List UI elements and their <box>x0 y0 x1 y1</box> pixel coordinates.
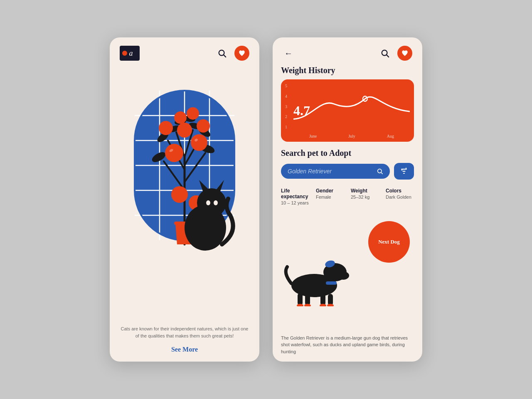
y-label-4: 4 <box>285 94 287 99</box>
svg-point-30 <box>177 123 192 138</box>
weight-label: Weight <box>351 188 379 194</box>
left-phone: a <box>110 37 259 362</box>
svg-rect-66 <box>326 281 337 285</box>
svg-rect-59 <box>320 293 325 305</box>
dog-area: Next Dog <box>273 209 422 331</box>
svg-line-47 <box>387 55 389 57</box>
next-dog-button[interactable]: Next Dog <box>368 221 410 263</box>
svg-point-63 <box>320 304 326 306</box>
svg-point-62 <box>304 304 311 306</box>
favorite-button[interactable] <box>234 46 249 61</box>
life-expectancy-block: Life expectancy 10 – 12 years <box>281 188 309 205</box>
y-label-3: 3 <box>285 104 287 109</box>
svg-point-64 <box>327 304 334 306</box>
gender-value: Female <box>316 195 344 200</box>
svg-point-34 <box>187 107 199 120</box>
colors-label: Colors <box>386 188 414 194</box>
see-more-button[interactable]: See More <box>110 342 259 362</box>
colors-value: Dark Golden <box>386 195 414 200</box>
x-label-aug: Aug <box>387 134 394 138</box>
search-input[interactable] <box>288 168 373 175</box>
weight-history-title: Weight History <box>273 66 422 79</box>
svg-point-32 <box>197 119 210 133</box>
svg-point-45 <box>214 200 218 205</box>
next-dog-label: Next Dog <box>378 239 400 246</box>
svg-point-28 <box>165 144 183 162</box>
svg-point-44 <box>206 200 210 205</box>
illustration-area <box>110 66 259 320</box>
x-axis: June July Aug <box>293 134 410 138</box>
search-row <box>281 163 414 180</box>
svg-point-33 <box>174 111 187 124</box>
gender-block: Gender Female <box>316 188 344 205</box>
y-label-1: 1 <box>285 125 287 129</box>
search-icon[interactable] <box>216 47 228 59</box>
search-section: Search pet to Adopt <box>273 148 422 185</box>
logo[interactable]: a <box>120 46 140 61</box>
x-label-july: July <box>348 134 355 138</box>
weight-chart: 1 2 3 4 5 4.7 June July Aug <box>281 79 414 142</box>
logo-letter: a <box>129 49 133 58</box>
svg-point-49 <box>378 169 382 173</box>
right-header: ← <box>273 37 422 66</box>
svg-rect-58 <box>305 294 310 305</box>
svg-point-61 <box>297 304 303 306</box>
svg-line-1 <box>224 55 226 57</box>
svg-point-37 <box>171 186 188 203</box>
left-header: a <box>110 37 259 66</box>
life-expectancy-value: 10 – 12 years <box>281 200 309 205</box>
pet-info: Life expectancy 10 – 12 years Gender Fem… <box>273 185 422 209</box>
favorite-button-right[interactable] <box>397 46 412 61</box>
weight-value: 4.7 <box>293 103 310 118</box>
svg-point-68 <box>337 271 349 280</box>
svg-line-50 <box>381 172 383 174</box>
right-header-icons <box>379 46 412 61</box>
x-label-june: June <box>309 134 317 138</box>
filter-button[interactable] <box>394 163 414 180</box>
right-phone: ← Weight History 1 2 3 4 5 <box>273 37 422 362</box>
svg-rect-57 <box>298 293 303 305</box>
footer-description: Cats are known for their independent nat… <box>110 320 259 342</box>
gender-label: Gender <box>316 188 344 194</box>
y-label-5: 5 <box>285 84 287 88</box>
colors-block: Colors Dark Golden <box>386 188 414 205</box>
search-input-wrap[interactable] <box>281 164 390 179</box>
dog-description: The Golden Retriever is a medium-large g… <box>273 331 422 362</box>
weight-value-display: 25–32 kg <box>351 195 379 200</box>
search-title: Search pet to Adopt <box>281 148 414 158</box>
svg-rect-60 <box>328 294 333 305</box>
svg-point-29 <box>191 134 207 151</box>
y-axis: 1 2 3 4 5 <box>285 84 287 129</box>
back-button[interactable]: ← <box>283 47 294 59</box>
y-label-2: 2 <box>285 114 287 119</box>
header-icons <box>216 46 249 61</box>
svg-point-31 <box>159 121 173 135</box>
life-expectancy-label: Life expectancy <box>281 188 309 200</box>
weight-block: Weight 25–32 kg <box>351 188 379 205</box>
svg-point-41 <box>197 188 226 217</box>
search-icon-right[interactable] <box>379 47 391 59</box>
